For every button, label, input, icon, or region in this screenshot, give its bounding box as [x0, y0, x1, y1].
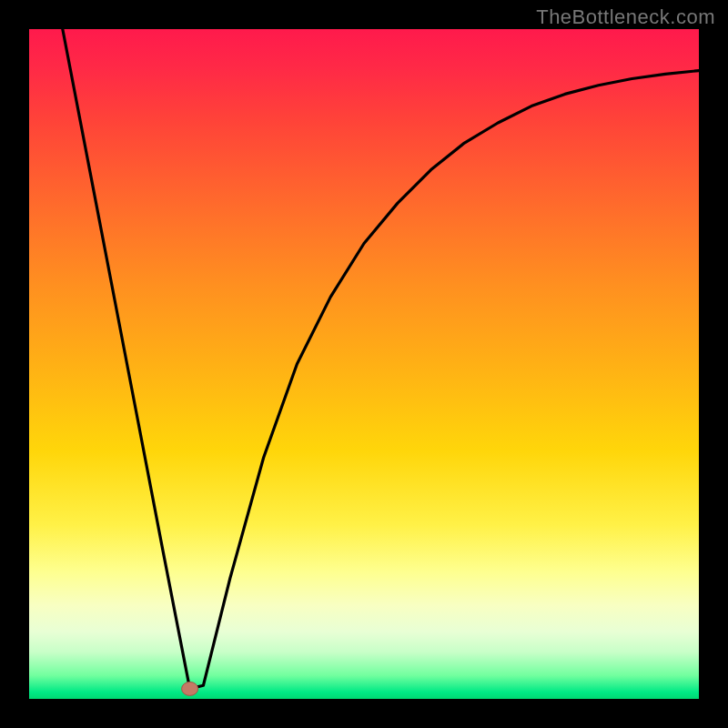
watermark-text: TheBottleneck.com	[536, 5, 715, 29]
chart-frame: TheBottleneck.com	[0, 0, 728, 728]
bottleneck-curve	[63, 29, 699, 689]
optimal-point-marker	[182, 682, 198, 695]
chart-svg	[29, 29, 699, 699]
plot-area	[29, 29, 699, 699]
